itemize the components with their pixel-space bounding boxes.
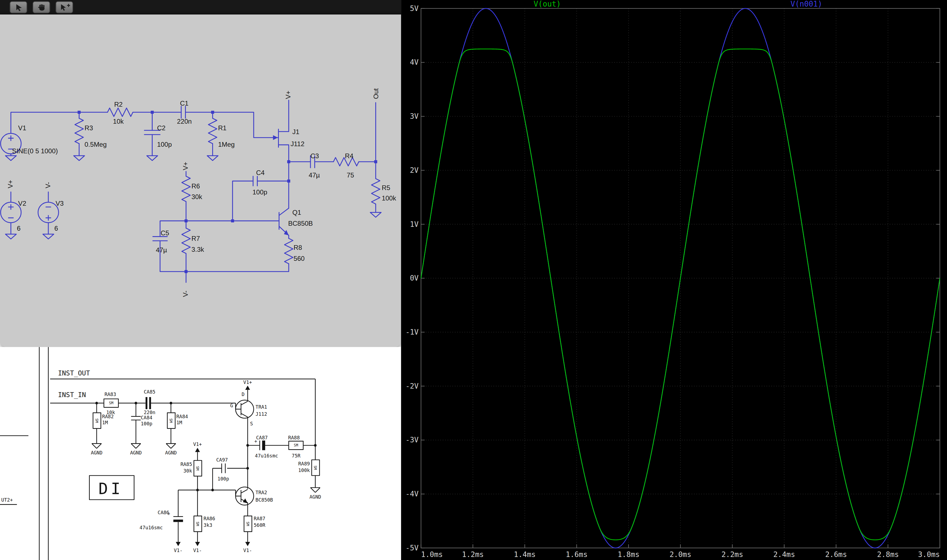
- component-value: 47µ: [308, 171, 320, 179]
- component-ref: V1: [18, 124, 26, 132]
- footprint-label: SM: [169, 418, 173, 423]
- component-value: 220n: [177, 118, 192, 125]
- component-ra83-resistor[interactable]: SM RA83 10k: [104, 392, 118, 415]
- component-ca86-capacitor[interactable]: + CA86 47u16smc: [139, 510, 183, 531]
- component-ref: CA87: [256, 435, 268, 440]
- component-r6-resistor[interactable]: R6 30k: [182, 176, 202, 202]
- component-ra86-resistor[interactable]: SM RA86 3k3: [194, 516, 215, 532]
- component-v1-source[interactable]: V1 SINE(0 5 1000): [0, 124, 58, 155]
- component-value: 1M: [102, 420, 108, 425]
- component-ra87-resistor[interactable]: SM RA87 560R: [244, 516, 265, 532]
- component-r1-resistor[interactable]: R1 1Meg: [208, 118, 235, 148]
- component-ref: V2: [18, 200, 26, 207]
- footprint-label: SM: [313, 465, 317, 470]
- y-tick-label: 2V: [410, 166, 419, 174]
- svg-text:V1+: V1+: [243, 380, 252, 385]
- component-ref: RA88: [288, 435, 300, 440]
- component-value: BC850B: [256, 497, 273, 503]
- component-ref: RA87: [254, 516, 265, 522]
- component-value: 10k: [113, 118, 124, 125]
- component-ref: C3: [310, 152, 319, 160]
- net-label-inst-out[interactable]: INST_OUT: [58, 369, 90, 377]
- hand-icon: [35, 3, 48, 11]
- x-tick-label: 1.6ms: [566, 550, 588, 558]
- component-value: 47u16smc: [139, 525, 163, 531]
- component-ca97-capacitor[interactable]: CA97 100p: [216, 457, 229, 481]
- probe-cursor-icon: [58, 3, 71, 11]
- junction-nodes: [78, 111, 377, 273]
- agnd-symbols: AGND AGND AGND AGND: [91, 443, 321, 499]
- net-label-inst-in[interactable]: INST_IN: [58, 391, 86, 399]
- component-value: 3.3k: [191, 246, 205, 253]
- power-flag-v1minus: V1- V1- V1-: [174, 542, 252, 553]
- wire: [11, 100, 376, 283]
- trace-V(out): [421, 49, 940, 540]
- waveform-plot[interactable]: 5V4V3V2V1V0V-1V-2V-3V-4V-5V1.0ms1.2ms1.4…: [401, 0, 947, 560]
- component-ref: R3: [85, 124, 93, 132]
- y-tick-label: 3V: [410, 112, 419, 120]
- component-value: 30k: [184, 468, 192, 474]
- component-r8-resistor[interactable]: R8 560: [284, 238, 304, 263]
- svg-text:AGND: AGND: [165, 450, 177, 455]
- component-ref: CA84: [141, 415, 152, 420]
- power-flag-v1plus: V1+ V1+: [193, 380, 252, 452]
- component-ra84-resistor[interactable]: SM RA84 1M: [167, 413, 188, 428]
- component-c5-capacitor[interactable]: C5 47µ: [153, 229, 170, 254]
- x-tick-label: 2.2ms: [721, 550, 743, 558]
- component-r4-resistor[interactable]: R4 75: [333, 152, 359, 179]
- component-value: 0.5Meg: [85, 141, 107, 148]
- component-ref: R1: [218, 124, 227, 132]
- cursor-icon: [12, 3, 25, 11]
- instrument-schematic-canvas[interactable]: INST_OUT INST_IN UT2+ SM RA83 10k CA85 2…: [0, 347, 401, 560]
- component-value: 100p: [253, 188, 267, 196]
- component-value: SINE(0 5 1000): [12, 147, 58, 155]
- x-tick-label: 1.0ms: [421, 550, 443, 558]
- svg-text:AGND: AGND: [130, 450, 142, 455]
- di-block[interactable]: DI: [89, 475, 134, 500]
- cursor-tool-button[interactable]: [9, 1, 27, 13]
- component-ca85-capacitor[interactable]: CA85 220n: [144, 389, 155, 415]
- component-ra88-resistor[interactable]: SM RA88 75R: [288, 435, 303, 458]
- component-ca84-capacitor[interactable]: CA84 100p: [131, 415, 153, 426]
- component-r5-resistor[interactable]: R5 100k: [372, 178, 396, 204]
- component-ref: J1: [292, 128, 299, 135]
- component-c3-capacitor[interactable]: C3 47µ: [308, 152, 320, 179]
- svg-text:V1+: V1+: [193, 442, 202, 447]
- net-flag-vminus: V-: [44, 182, 52, 188]
- component-ref: CA97: [216, 457, 228, 463]
- ltspice-schematic-canvas[interactable]: V1 SINE(0 5 1000) R3 0.5Meg R2 10k C1 22…: [0, 15, 401, 347]
- footprint-label: SM: [246, 522, 250, 526]
- pan-tool-button[interactable]: [33, 1, 50, 13]
- net-flag-vplus: V+: [6, 180, 14, 188]
- component-value: 3k3: [204, 522, 213, 528]
- footprint-label: SM: [294, 443, 298, 447]
- pin-label-s: S: [250, 421, 253, 426]
- component-ra85-resistor[interactable]: SM RA85 30k: [180, 460, 202, 476]
- component-c2-capacitor[interactable]: C2 100p: [144, 124, 172, 148]
- component-v2-source[interactable]: V2 6: [0, 200, 26, 232]
- component-r7-resistor[interactable]: R7 3.3k: [182, 228, 204, 254]
- component-c4-capacitor[interactable]: C4 100p: [253, 169, 267, 195]
- component-tra1-jfet[interactable]: G D S TRA1 J112: [230, 392, 267, 427]
- component-ca87-capacitor[interactable]: + CA87 47u16smc: [254, 435, 278, 458]
- net-label-ut2[interactable]: UT2+: [1, 497, 12, 503]
- component-ra82-resistor[interactable]: SM RA82 1M: [93, 413, 114, 428]
- component-q1-bjt[interactable]: Q1 BC850B: [279, 208, 313, 235]
- net-flag-vplus: V+: [284, 91, 292, 99]
- component-ref: TRA2: [256, 490, 267, 495]
- component-ra89-resistor[interactable]: SM RA89 100k: [298, 460, 319, 475]
- component-r3-resistor[interactable]: R3 0.5Meg: [75, 118, 107, 148]
- probe-tool-button[interactable]: [56, 1, 73, 13]
- component-ref: RA86: [204, 516, 215, 522]
- junction-dots: [95, 402, 316, 491]
- component-value: 47µ: [156, 246, 167, 254]
- component-v3-source[interactable]: V3 6: [38, 200, 64, 232]
- component-ref: Q1: [292, 209, 301, 216]
- net-flags[interactable]: V+ Out V+ V- V+ V-: [6, 88, 379, 297]
- component-ref: R5: [382, 184, 390, 191]
- component-r2-resistor[interactable]: R2 10k: [108, 101, 133, 125]
- component-ref: R7: [191, 235, 200, 242]
- y-tick-label: 0V: [410, 274, 419, 282]
- component-value: 560: [293, 255, 304, 262]
- di-label: DI: [99, 480, 123, 498]
